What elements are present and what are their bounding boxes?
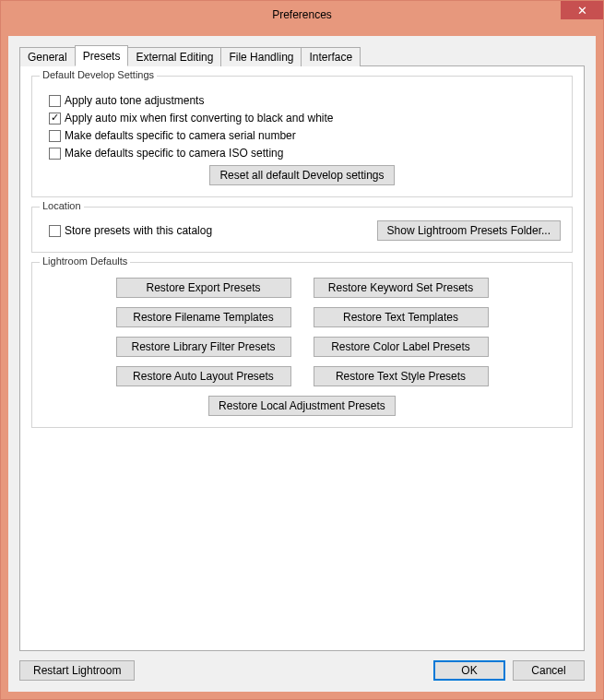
row-camera-iso[interactable]: Make defaults specific to camera ISO set…: [49, 147, 561, 160]
close-button[interactable]: ✕: [561, 1, 603, 19]
tab-presets[interactable]: Presets: [75, 45, 129, 66]
tab-label: File Handling: [229, 51, 293, 64]
group-legend: Location: [40, 200, 84, 211]
checkbox-label: Apply auto tone adjustments: [65, 94, 204, 107]
group-legend: Lightroom Defaults: [40, 255, 130, 267]
preferences-window: Preferences ✕ General Presets External E…: [0, 0, 604, 700]
checkbox-label: Store presets with this catalog: [65, 224, 212, 237]
group-default-develop: Default Develop Settings Apply auto tone…: [31, 76, 573, 197]
restore-library-filter-button[interactable]: Restore Library Filter Presets: [116, 337, 291, 357]
row-auto-tone[interactable]: Apply auto tone adjustments: [49, 94, 561, 107]
checkbox-auto-mix[interactable]: [49, 113, 61, 125]
ok-button[interactable]: OK: [433, 660, 505, 681]
checkbox-store-presets[interactable]: [49, 225, 61, 237]
row-store-presets[interactable]: Store presets with this catalog: [49, 224, 212, 237]
row-reset-develop: Reset all default Develop settings: [43, 165, 561, 185]
spacer: [31, 437, 573, 639]
close-icon: ✕: [577, 5, 587, 17]
checkbox-camera-iso[interactable]: [49, 148, 61, 160]
checkbox-label: Make defaults specific to camera ISO set…: [65, 147, 283, 160]
restore-filename-templates-button[interactable]: Restore Filename Templates: [116, 307, 291, 327]
restore-auto-layout-presets-button[interactable]: Restore Auto Layout Presets: [116, 366, 291, 386]
checkbox-label: Make defaults specific to camera serial …: [65, 129, 296, 142]
checkbox-label: Apply auto mix when first converting to …: [65, 112, 333, 125]
tab-panel-presets: Default Develop Settings Apply auto tone…: [19, 65, 585, 651]
checkbox-camera-serial[interactable]: [49, 130, 61, 142]
restore-export-presets-button[interactable]: Restore Export Presets: [116, 278, 291, 298]
tab-label: General: [28, 51, 67, 64]
tab-label: External Editing: [136, 51, 213, 64]
tab-general[interactable]: General: [19, 47, 76, 66]
restore-text-style-presets-button[interactable]: Restore Text Style Presets: [314, 366, 489, 386]
tab-label: Interface: [309, 51, 352, 64]
tab-interface[interactable]: Interface: [301, 47, 361, 66]
row-auto-mix[interactable]: Apply auto mix when first converting to …: [49, 112, 561, 125]
cancel-button[interactable]: Cancel: [513, 660, 585, 681]
restore-keyword-set-presets-button[interactable]: Restore Keyword Set Presets: [314, 278, 489, 298]
tab-file-handling[interactable]: File Handling: [220, 47, 302, 66]
show-presets-folder-button[interactable]: Show Lightroom Presets Folder...: [377, 220, 561, 241]
restart-lightroom-button[interactable]: Restart Lightroom: [19, 660, 135, 681]
group-legend: Default Develop Settings: [40, 69, 157, 80]
defaults-grid: Restore Export Presets Restore Keyword S…: [43, 278, 561, 386]
titlebar: Preferences ✕: [1, 1, 603, 29]
window-title: Preferences: [1, 8, 603, 21]
window-border: General Presets External Editing File Ha…: [1, 29, 603, 699]
tab-strip: General Presets External Editing File Ha…: [19, 45, 585, 65]
restore-color-label-presets-button[interactable]: Restore Color Label Presets: [314, 337, 489, 357]
row-camera-serial[interactable]: Make defaults specific to camera serial …: [49, 129, 561, 142]
footer: Restart Lightroom OK Cancel: [19, 660, 585, 681]
tab-label: Presets: [83, 50, 121, 63]
tab-external-editing[interactable]: External Editing: [127, 47, 221, 66]
group-location: Location Store presets with this catalog…: [31, 207, 573, 253]
row-local-adjust: Restore Local Adjustment Presets: [43, 396, 561, 416]
group-lightroom-defaults: Lightroom Defaults Restore Export Preset…: [31, 262, 573, 428]
content-area: General Presets External Editing File Ha…: [8, 36, 596, 692]
restore-local-adjustment-button[interactable]: Restore Local Adjustment Presets: [208, 396, 396, 416]
reset-develop-button[interactable]: Reset all default Develop settings: [209, 165, 394, 185]
row-location: Store presets with this catalog Show Lig…: [43, 220, 561, 241]
restore-text-templates-button[interactable]: Restore Text Templates: [314, 307, 489, 327]
checkbox-auto-tone[interactable]: [49, 95, 61, 107]
